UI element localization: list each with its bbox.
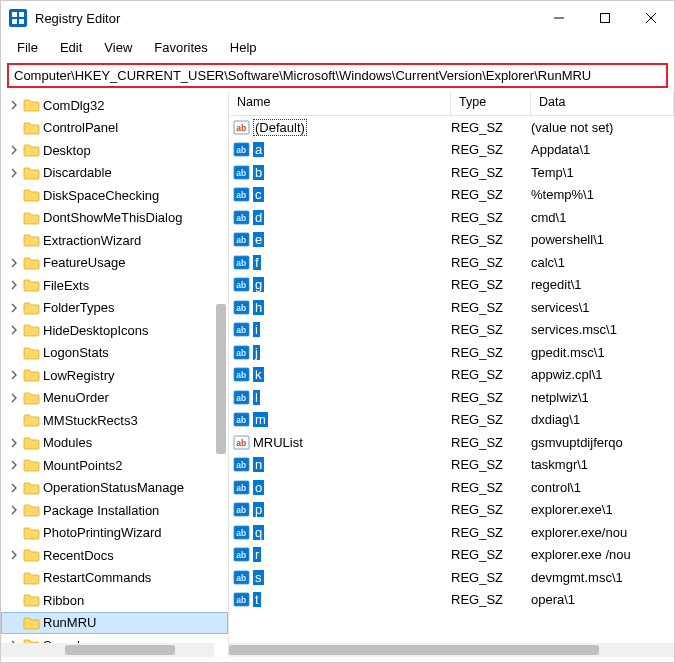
chevron-right-icon[interactable]	[7, 370, 21, 380]
value-list[interactable]: Name Type Data ab(Default)REG_SZ(value n…	[229, 92, 674, 657]
tree-node[interactable]: OperationStatusManage	[1, 477, 228, 500]
column-type[interactable]: Type	[451, 92, 531, 115]
chevron-right-icon[interactable]	[7, 280, 21, 290]
tree-node[interactable]: LogonStats	[1, 342, 228, 365]
tree-node[interactable]: FolderTypes	[1, 297, 228, 320]
value-row[interactable]: abqREG_SZexplorer.exe/nou	[229, 521, 674, 544]
address-bar[interactable]: Computer\HKEY_CURRENT_USER\Software\Micr…	[7, 63, 668, 88]
value-row[interactable]: aboREG_SZcontrol\1	[229, 476, 674, 499]
tree-node[interactable]: RunMRU	[1, 612, 228, 635]
value-row[interactable]: absREG_SZdevmgmt.msc\1	[229, 566, 674, 589]
folder-icon	[22, 141, 40, 159]
minimize-button[interactable]	[536, 1, 582, 35]
value-name: l	[253, 390, 260, 405]
tree-node[interactable]: MenuOrder	[1, 387, 228, 410]
tree-node[interactable]: ComDlg32	[1, 94, 228, 117]
list-horizontal-scrollbar[interactable]	[229, 643, 674, 657]
tree-horizontal-scrollbar[interactable]	[1, 643, 214, 657]
value-row[interactable]: abfREG_SZcalc\1	[229, 251, 674, 274]
tree-node-label: Desktop	[43, 143, 91, 158]
tree-node[interactable]: FeatureUsage	[1, 252, 228, 275]
value-row[interactable]: abhREG_SZservices\1	[229, 296, 674, 319]
value-row[interactable]: ab(Default)REG_SZ(value not set)	[229, 116, 674, 139]
chevron-right-icon[interactable]	[7, 168, 21, 178]
value-row[interactable]: abnREG_SZtaskmgr\1	[229, 454, 674, 477]
tree-node[interactable]: RecentDocs	[1, 544, 228, 567]
svg-text:ab: ab	[236, 595, 246, 605]
close-button[interactable]	[628, 1, 674, 35]
value-type: REG_SZ	[451, 570, 531, 585]
string-value-icon: ab	[233, 411, 250, 428]
value-row[interactable]: abMRUListREG_SZgsmvuptdijferqo	[229, 431, 674, 454]
tree-node[interactable]: MMStuckRects3	[1, 409, 228, 432]
value-row[interactable]: abgREG_SZregedit\1	[229, 274, 674, 297]
tree-node[interactable]: ControlPanel	[1, 117, 228, 140]
value-row[interactable]: abkREG_SZappwiz.cpl\1	[229, 364, 674, 387]
chevron-right-icon[interactable]	[7, 325, 21, 335]
value-data: taskmgr\1	[531, 457, 674, 472]
menu-view[interactable]: View	[94, 37, 142, 58]
chevron-right-icon[interactable]	[7, 258, 21, 268]
tree-node[interactable]: RestartCommands	[1, 567, 228, 590]
tree-node-label: DiskSpaceChecking	[43, 188, 159, 203]
tree-node[interactable]: DiskSpaceChecking	[1, 184, 228, 207]
chevron-right-icon[interactable]	[7, 438, 21, 448]
value-name: b	[253, 165, 264, 180]
value-row[interactable]: abiREG_SZservices.msc\1	[229, 319, 674, 342]
value-data: regedit\1	[531, 277, 674, 292]
svg-text:ab: ab	[236, 370, 246, 380]
string-value-icon: ab	[233, 344, 250, 361]
chevron-right-icon[interactable]	[7, 460, 21, 470]
chevron-right-icon[interactable]	[7, 303, 21, 313]
value-row[interactable]: abdREG_SZcmd\1	[229, 206, 674, 229]
value-row[interactable]: abaREG_SZAppdata\1	[229, 139, 674, 162]
chevron-right-icon[interactable]	[7, 505, 21, 515]
tree-node[interactable]: MountPoints2	[1, 454, 228, 477]
chevron-right-icon[interactable]	[7, 483, 21, 493]
tree-vertical-scrollbar[interactable]	[214, 92, 228, 643]
menu-edit[interactable]: Edit	[50, 37, 92, 58]
value-row[interactable]: abjREG_SZgpedit.msc\1	[229, 341, 674, 364]
maximize-button[interactable]	[582, 1, 628, 35]
tree-view[interactable]: ComDlg32ControlPanelDesktopDiscardableDi…	[1, 92, 229, 657]
value-row[interactable]: abpREG_SZexplorer.exe\1	[229, 499, 674, 522]
tree-node[interactable]: DontShowMeThisDialog	[1, 207, 228, 230]
column-data[interactable]: Data	[531, 92, 674, 115]
chevron-right-icon[interactable]	[7, 145, 21, 155]
tree-node[interactable]: Modules	[1, 432, 228, 455]
column-name[interactable]: Name	[229, 92, 451, 115]
tree-node[interactable]: Ribbon	[1, 589, 228, 612]
tree-node[interactable]: PhotoPrintingWizard	[1, 522, 228, 545]
tree-node[interactable]: ExtractionWizard	[1, 229, 228, 252]
chevron-right-icon[interactable]	[7, 100, 21, 110]
value-row[interactable]: abtREG_SZopera\1	[229, 589, 674, 612]
tree-node[interactable]: LowRegistry	[1, 364, 228, 387]
value-row[interactable]: abeREG_SZpowershell\1	[229, 229, 674, 252]
tree-node-label: ComDlg32	[43, 98, 104, 113]
folder-icon	[22, 479, 40, 497]
value-data: appwiz.cpl\1	[531, 367, 674, 382]
value-row[interactable]: abrREG_SZexplorer.exe /nou	[229, 544, 674, 567]
menu-file[interactable]: File	[7, 37, 48, 58]
svg-text:ab: ab	[236, 303, 246, 313]
tree-node[interactable]: HideDesktopIcons	[1, 319, 228, 342]
folder-icon	[22, 344, 40, 362]
value-row[interactable]: abbREG_SZTemp\1	[229, 161, 674, 184]
tree-node-label: Ribbon	[43, 593, 84, 608]
list-header[interactable]: Name Type Data	[229, 92, 674, 116]
value-row[interactable]: ablREG_SZnetplwiz\1	[229, 386, 674, 409]
string-value-icon: ab	[233, 254, 250, 271]
tree-node[interactable]: Desktop	[1, 139, 228, 162]
menu-favorites[interactable]: Favorites	[144, 37, 217, 58]
value-row[interactable]: abmREG_SZdxdiag\1	[229, 409, 674, 432]
chevron-right-icon[interactable]	[7, 393, 21, 403]
menu-help[interactable]: Help	[220, 37, 267, 58]
svg-rect-2	[12, 19, 17, 24]
tree-node[interactable]: Discardable	[1, 162, 228, 185]
tree-node[interactable]: Package Installation	[1, 499, 228, 522]
tree-node-label: PhotoPrintingWizard	[43, 525, 162, 540]
titlebar[interactable]: Registry Editor	[1, 1, 674, 35]
tree-node[interactable]: FileExts	[1, 274, 228, 297]
chevron-right-icon[interactable]	[7, 550, 21, 560]
value-row[interactable]: abcREG_SZ%temp%\1	[229, 184, 674, 207]
